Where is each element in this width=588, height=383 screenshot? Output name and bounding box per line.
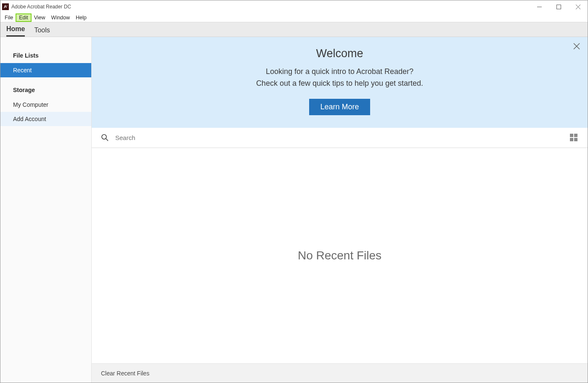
learn-more-button[interactable]: Learn More xyxy=(309,99,370,115)
svg-point-6 xyxy=(102,135,106,139)
tabbar: HomeTools xyxy=(0,22,588,37)
menu-view[interactable]: View xyxy=(31,14,48,21)
sidebar-item-my-computer[interactable]: My Computer xyxy=(0,98,91,112)
welcome-line-1: Looking for a quick intro to Acrobat Rea… xyxy=(100,66,579,78)
menu-help[interactable]: Help xyxy=(73,14,90,21)
close-icon[interactable] xyxy=(572,41,582,51)
menubar: FileEditViewWindowHelp xyxy=(0,13,588,22)
sidebar-section-file-lists: File Lists xyxy=(0,46,91,63)
window-title: Adobe Acrobat Reader DC xyxy=(11,4,71,10)
maximize-button[interactable] xyxy=(549,0,568,13)
close-button[interactable] xyxy=(568,0,588,13)
footer: Clear Recent Files xyxy=(92,363,588,383)
menu-edit[interactable]: Edit xyxy=(16,14,31,21)
tab-tools[interactable]: Tools xyxy=(34,26,50,37)
clear-recent-files-link[interactable]: Clear Recent Files xyxy=(101,370,149,377)
search-icon xyxy=(101,134,109,141)
sidebar: File Lists Recent Storage My ComputerAdd… xyxy=(0,37,92,383)
empty-message: No Recent Files xyxy=(298,249,381,262)
sidebar-section-storage: Storage xyxy=(0,81,91,98)
svg-rect-1 xyxy=(556,5,561,9)
sidebar-item-add-account[interactable]: Add Account xyxy=(0,112,91,126)
tab-home[interactable]: Home xyxy=(6,25,25,37)
window-controls xyxy=(530,0,588,13)
welcome-title: Welcome xyxy=(100,47,579,60)
svg-line-7 xyxy=(106,139,108,141)
search-row xyxy=(92,128,588,148)
content-area: No Recent Files xyxy=(92,148,588,363)
minimize-button[interactable] xyxy=(530,0,549,13)
grid-view-icon[interactable] xyxy=(570,134,577,141)
search-input[interactable] xyxy=(115,134,570,141)
welcome-line-2: Check out a few quick tips to help you g… xyxy=(100,78,579,90)
menu-window[interactable]: Window xyxy=(48,14,73,21)
app-icon xyxy=(2,3,9,10)
sidebar-item-recent[interactable]: Recent xyxy=(0,63,91,77)
main: Welcome Looking for a quick intro to Acr… xyxy=(92,37,588,383)
welcome-banner: Welcome Looking for a quick intro to Acr… xyxy=(92,37,588,128)
body: File Lists Recent Storage My ComputerAdd… xyxy=(0,37,588,383)
titlebar: Adobe Acrobat Reader DC xyxy=(0,0,588,13)
menu-file[interactable]: File xyxy=(2,14,16,21)
